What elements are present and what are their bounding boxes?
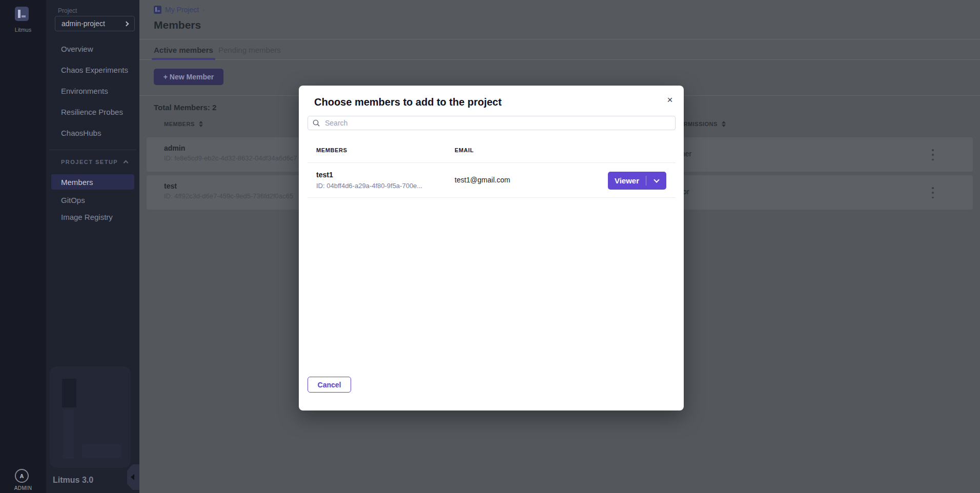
member-name: test — [164, 182, 177, 190]
modal-email-header: EMAIL — [455, 147, 474, 153]
chevron-down-icon — [654, 177, 659, 182]
project-selector[interactable]: admin-project — [55, 16, 135, 31]
page-header: My Project › Members — [139, 0, 980, 39]
collapse-arrow-icon — [131, 474, 134, 480]
sort-icon[interactable] — [199, 121, 203, 127]
sidebar-item-label: ChaosHubs — [61, 129, 101, 137]
project-icon — [154, 6, 161, 14]
sidebar-item-label: Members — [61, 178, 93, 187]
candidate-id: ID: 04bff4d6-a29a-4f80-9f5a-700e... — [316, 182, 422, 190]
divider — [308, 162, 676, 163]
tab-active-members[interactable]: Active members — [154, 39, 213, 60]
new-member-button[interactable]: + New Member — [154, 69, 223, 85]
members-column-header: MEMBERS — [164, 121, 203, 127]
close-icon[interactable]: × — [663, 93, 677, 107]
member-name: admin — [164, 144, 185, 152]
avatar[interactable]: A — [15, 469, 29, 483]
search-box — [308, 116, 676, 130]
breadcrumb-link[interactable]: My Project — [165, 6, 199, 14]
role-dropdown-toggle[interactable] — [646, 180, 666, 182]
project-selector-value: admin-project — [62, 19, 105, 28]
role-label: Viewer — [608, 176, 646, 185]
row-menu-icon[interactable] — [929, 187, 937, 198]
tab-pending-members[interactable]: Pending members — [218, 39, 281, 60]
sidebar-item-label: Image Registry — [61, 213, 113, 221]
sort-icon[interactable] — [722, 121, 726, 127]
illustration-block — [63, 409, 74, 459]
sidebar-item-image-registry[interactable]: Image Registry — [46, 209, 139, 224]
candidate-email: test1@gmail.com — [455, 176, 510, 184]
search-icon — [313, 119, 320, 127]
sidebar-item-label: GitOps — [61, 196, 85, 204]
illustration-block — [82, 444, 122, 458]
sidebar-illustration — [50, 366, 131, 468]
logo-bar — [18, 10, 21, 18]
sidebar-item-chaoshubs[interactable]: ChaosHubs — [46, 125, 139, 140]
row-menu-icon[interactable] — [929, 149, 937, 160]
sidebar-item-label: Environments — [61, 87, 108, 95]
page-title: Members — [154, 19, 201, 31]
chevron-right-icon — [124, 21, 129, 26]
sidebar-item-label: Chaos Experiments — [61, 66, 128, 74]
sidebar-item-environments[interactable]: Environments — [46, 83, 139, 98]
tab-strip: Active members Pending members — [139, 39, 980, 60]
litmus-logo-icon[interactable] — [15, 7, 29, 21]
member-id: ID: fe8e5cd9-eb2c-4d32-8632-04df34a6d6c7 — [164, 154, 297, 162]
modal-title: Choose members to add to the project — [314, 96, 502, 108]
candidate-name: test1 — [316, 171, 333, 179]
sidebar-item-overview[interactable]: Overview — [46, 41, 139, 56]
modal-members-header: MEMBERS — [316, 147, 347, 153]
version-label: Litmus 3.0 — [53, 476, 93, 485]
sidebar-item-label: Resilience Probes — [61, 108, 123, 116]
sidebar-divider — [49, 150, 136, 150]
search-input[interactable] — [308, 116, 676, 130]
breadcrumb-separator: › — [202, 6, 205, 14]
illustration-block — [62, 379, 76, 407]
chevron-up-icon — [124, 160, 129, 166]
sidebar-item-gitops[interactable]: GitOps — [46, 192, 139, 208]
sidebar-item-members[interactable]: Members — [51, 174, 134, 190]
total-members-count: Total Members: 2 — [154, 103, 216, 112]
sidebar-item-chaos-experiments[interactable]: Chaos Experiments — [46, 62, 139, 77]
sidebar: Project admin-project Overview Chaos Exp… — [46, 0, 139, 493]
project-setup-label: PROJECT SETUP — [61, 159, 118, 165]
sidebar-item-label: Overview — [61, 45, 93, 53]
breadcrumb[interactable]: My Project › — [154, 6, 205, 14]
cancel-button[interactable]: Cancel — [308, 377, 351, 393]
project-label: Project — [58, 7, 77, 14]
member-id: ID: 4ff92c3d-d6e7-459c-9ed5-736fd2f0ac65 — [164, 192, 293, 200]
role-select-button[interactable]: Viewer — [608, 172, 666, 190]
project-setup-section-toggle[interactable]: PROJECT SETUP — [61, 159, 128, 165]
admin-user-label: ADMIN — [0, 485, 46, 491]
litmus-logo-label: Litmus — [0, 27, 46, 33]
add-members-modal: Choose members to add to the project × M… — [299, 86, 684, 410]
icon-rail: Litmus A ADMIN — [0, 0, 46, 493]
sidebar-item-resilience-probes[interactable]: Resilience Probes — [46, 104, 139, 119]
divider — [308, 197, 676, 198]
sidebar-collapse-handle[interactable] — [127, 464, 139, 490]
logo-bar — [22, 15, 26, 17]
members-header-label: MEMBERS — [164, 121, 195, 127]
